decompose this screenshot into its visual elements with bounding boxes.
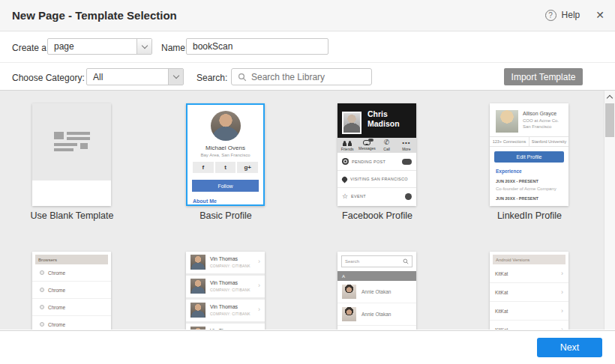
next-button[interactable]: Next	[537, 338, 602, 357]
edit-profile-button: Edit Profile	[494, 151, 564, 163]
messages-button: Messages	[357, 138, 376, 153]
template-grid: Use Blank Template Michael Ovens Bay Are…	[0, 91, 615, 330]
create-label: Create a	[12, 43, 46, 53]
list-item: Annie Otakan	[338, 281, 416, 303]
template-card-basic-profile[interactable]: Michael Ovens Bay Area, San Francisco f …	[186, 103, 265, 206]
search-icon	[403, 258, 409, 264]
page-title: New Page - Template Selection	[12, 9, 177, 22]
help-link[interactable]: Help	[562, 10, 580, 20]
avatar	[342, 112, 362, 134]
experience-heading: Experience	[496, 169, 568, 174]
library-search-input[interactable]	[251, 72, 371, 82]
list-item: Vin Thomas COMPANY: CITIBANK ›	[186, 300, 265, 321]
profile-location: Bay Area, San Francisco	[188, 153, 263, 157]
facebook-header: Chris Madison	[338, 103, 416, 138]
list-item: Chrome	[32, 299, 111, 316]
experience-period: JUN 20XX - PRESENT	[496, 179, 568, 183]
chevron-down-icon[interactable]	[136, 39, 152, 54]
profile-location: San Francisco	[523, 124, 551, 129]
search-label: Search:	[196, 73, 227, 83]
social-icon-row: f t g+	[193, 162, 258, 173]
friends-button: Friends	[338, 138, 357, 153]
school-stat: Stanford University	[530, 137, 568, 146]
avatar	[496, 110, 518, 133]
wireframe-icon	[54, 132, 90, 152]
search-icon	[238, 73, 247, 82]
list-item: Annie Otakan	[338, 303, 416, 326]
facebook-toolbar: Friends Messages ✆ Call ••• More	[338, 138, 416, 153]
linkedin-header: Allison Grayce COO at Acme Co. San Franc…	[490, 103, 568, 136]
more-button: ••• More	[397, 138, 416, 153]
template-card-android-versions[interactable]: Android Versions KitKat› KitKat› KitKat›…	[490, 252, 568, 330]
messages-icon	[363, 140, 370, 145]
close-icon[interactable]: ✕	[596, 9, 604, 21]
avatar	[190, 303, 206, 318]
scroll-up-button[interactable]	[604, 91, 615, 103]
name-input[interactable]	[186, 38, 328, 55]
star-icon: ☆	[342, 193, 348, 200]
template-card-linkedin-profile[interactable]: Allison Grayce COO at Acme Co. San Franc…	[490, 103, 568, 206]
filter-row: Choose Category: All Search: Import Temp…	[0, 64, 615, 91]
chevron-right-icon: ›	[561, 289, 563, 296]
vertical-scrollbar[interactable]	[604, 91, 615, 330]
chevron-up-icon	[607, 94, 613, 100]
experience-position: Co-founder of Acme Company	[496, 186, 568, 191]
experience-period: JUN 20XX - PRESENT	[496, 196, 568, 201]
template-card-browsers-list[interactable]: Browsers Chrome Chrome Chrome Chrome	[32, 252, 111, 330]
googleplus-icon: g+	[237, 162, 258, 173]
list-item: Vin Thomas	[186, 324, 265, 330]
list-header: Browsers	[35, 255, 108, 264]
messages-badge	[368, 139, 374, 142]
category-dropdown[interactable]: All	[86, 68, 184, 85]
chevron-right-icon: ›	[258, 306, 260, 313]
avatar	[190, 327, 206, 330]
help-icon[interactable]: ?	[545, 10, 556, 21]
avatar	[190, 279, 206, 294]
chevron-right-icon: ›	[561, 327, 563, 330]
follow-button: Follow	[192, 180, 259, 192]
profile-name: Chris Madison	[368, 109, 412, 128]
call-button: ✆ Call	[377, 138, 397, 153]
list-item: KitKat›	[490, 264, 568, 283]
template-caption-linkedin: LinkedIn Profile	[470, 210, 590, 221]
create-type-value: page	[48, 39, 136, 54]
category-label: Choose Category:	[12, 73, 85, 83]
template-card-facebook-profile[interactable]: Chris Madison Friends Messages ✆ Call ••…	[338, 103, 416, 206]
template-card-people-search[interactable]: Search A Annie Otakan Annie Otakan Annie…	[338, 252, 416, 330]
scrollbar-thumb[interactable]	[605, 103, 614, 137]
twitter-icon: t	[215, 162, 236, 173]
library-search-box[interactable]	[231, 68, 372, 85]
list-header: Android Versions	[493, 255, 566, 264]
list-item: KitKat›	[490, 302, 568, 321]
avatar	[342, 307, 356, 321]
list-item: Vin Thomas COMPANY: CITIBANK ›	[186, 252, 265, 273]
radio-icon	[40, 270, 44, 275]
avatar	[190, 255, 206, 270]
import-template-button[interactable]: Import Template	[504, 68, 583, 85]
list-item: Vin Thomas COMPANY: CITIBANK ›	[186, 276, 265, 297]
template-caption-facebook: Facebook Profile	[317, 210, 437, 221]
template-caption-basic: Basic Profile	[166, 210, 286, 221]
linkedin-stats-row: 123+ Connections Stanford University	[490, 136, 568, 147]
gear-icon	[342, 158, 349, 165]
dialog-footer: Next	[0, 330, 615, 364]
template-card-contacts-list[interactable]: Vin Thomas COMPANY: CITIBANK › Vin Thoma…	[186, 252, 265, 330]
mini-search-box: Search	[341, 255, 412, 267]
list-item: Chrome	[32, 282, 111, 299]
list-item: Chrome	[32, 264, 111, 282]
more-icon: •••	[402, 140, 410, 146]
template-card-blank[interactable]	[32, 103, 111, 206]
event-row: ☆ EVENT	[338, 187, 416, 204]
chevron-right-icon: ›	[258, 282, 260, 289]
chevron-down-icon[interactable]	[168, 69, 183, 85]
location-pin-icon	[341, 175, 349, 183]
blank-preview	[32, 103, 111, 181]
avatar	[342, 285, 356, 299]
connections-stat: 123+ Connections	[490, 137, 530, 146]
create-type-dropdown[interactable]: page	[47, 38, 152, 55]
name-label: Name:	[161, 43, 188, 53]
count-badge	[405, 193, 412, 200]
chevron-right-icon: ›	[561, 270, 563, 277]
dialog-titlebar: New Page - Template Selection ? Help ✕	[0, 0, 615, 31]
list-item: Annie Otakan	[338, 326, 416, 330]
